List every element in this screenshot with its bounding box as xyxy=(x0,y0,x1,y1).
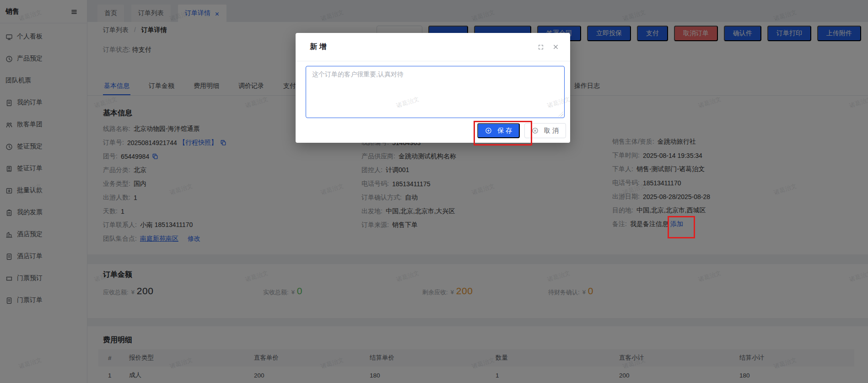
circle-close-icon xyxy=(532,127,541,134)
remark-textarea[interactable] xyxy=(306,66,565,118)
circle-plus-icon xyxy=(485,127,495,134)
modal-header: 新 增 xyxy=(296,33,570,61)
modal-title: 新 增 xyxy=(310,42,529,52)
save-button[interactable]: 保 存 xyxy=(477,123,520,138)
expand-icon[interactable] xyxy=(538,44,544,50)
cancel-button[interactable]: 取 消 xyxy=(524,123,566,138)
close-icon[interactable] xyxy=(552,43,559,50)
modal-footer: 保 存 取 消 xyxy=(477,123,566,138)
add-remark-modal: 新 增 保 存 取 消 xyxy=(296,33,570,143)
